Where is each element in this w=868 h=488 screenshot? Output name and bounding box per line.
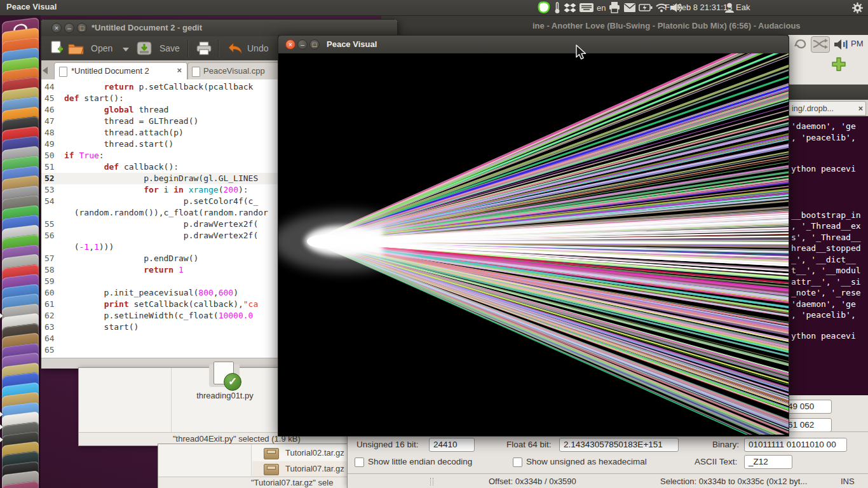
maximize-button[interactable]: □ bbox=[309, 39, 320, 50]
tab-label: *Untitled Document 2 bbox=[71, 66, 149, 76]
repeat-icon[interactable] bbox=[794, 39, 808, 49]
little-endian-label[interactable]: Show little endian decoding bbox=[368, 457, 472, 466]
terminal-line: s', '_Thread__ bbox=[791, 233, 861, 242]
line-number: 55 bbox=[41, 219, 61, 230]
line-number: 46 bbox=[41, 104, 61, 116]
running-app-arrow-icon bbox=[0, 313, 3, 318]
code-text: (random.random()),c_float(random.randor bbox=[64, 207, 268, 219]
ascii-field[interactable]: _Z12 bbox=[744, 455, 792, 469]
green-blob-indicator-icon[interactable] bbox=[537, 1, 551, 14]
unsigned-hex-checkbox[interactable] bbox=[513, 458, 522, 467]
line-number: 52 bbox=[41, 173, 61, 184]
tab-close-icon[interactable]: × bbox=[177, 65, 182, 75]
terminal-line: hread__stopped bbox=[791, 243, 861, 253]
volume-icon[interactable] bbox=[833, 37, 850, 51]
panel-app-title[interactable]: Peace Visual bbox=[6, 2, 57, 11]
code-text: return 1 bbox=[64, 264, 184, 276]
code-text: p.beginDraw(gl.GL_LINES bbox=[64, 173, 258, 184]
unsigned16-field[interactable]: 24410 bbox=[429, 438, 475, 452]
open-folder-icon[interactable] bbox=[68, 41, 85, 55]
terminal-tabbar: ing/.dropb... × bbox=[789, 100, 868, 116]
line-number: 61 bbox=[41, 299, 61, 310]
thermometer-icon[interactable] bbox=[553, 1, 561, 14]
code-text: thread.start() bbox=[64, 139, 173, 150]
clock[interactable]: Fri Feb 8 21:31:15 bbox=[665, 3, 732, 12]
decimal-field[interactable]: 49 050 bbox=[783, 400, 832, 414]
code-text: p.drawVertex2f( bbox=[64, 219, 258, 230]
terminal-line: 'daemon', 'ge bbox=[791, 121, 856, 131]
save-button[interactable]: Save bbox=[159, 43, 180, 53]
terminal-titlebar[interactable] bbox=[789, 85, 868, 100]
unsigned-hex-label[interactable]: Show unsigned as hexadecimal bbox=[526, 457, 647, 466]
peace-visual-window: × – □ Peace Visual bbox=[278, 35, 789, 437]
pane-divider bbox=[251, 444, 252, 476]
terminal-line: , '_Thread__ex bbox=[791, 221, 861, 231]
mail-icon[interactable] bbox=[623, 3, 636, 13]
terminal-line: attr__', '__si bbox=[791, 277, 861, 287]
shuffle-button[interactable] bbox=[811, 36, 830, 53]
float64-field[interactable]: 2.14343057850183E+151 bbox=[559, 438, 679, 452]
user-name[interactable]: Eak bbox=[736, 3, 750, 12]
octal-field[interactable]: 61 062 bbox=[783, 418, 832, 432]
close-button[interactable]: × bbox=[51, 23, 62, 33]
code-text: p.setLineWidth(c_float(10000.0 bbox=[64, 310, 253, 322]
save-icon[interactable] bbox=[137, 41, 152, 55]
line-number: 45 bbox=[41, 93, 61, 104]
terminal-tab[interactable]: ing/.dropb... × bbox=[789, 101, 866, 116]
battery-icon[interactable] bbox=[639, 3, 653, 12]
file-label[interactable]: threading01t.py bbox=[180, 391, 269, 400]
terminal-window: ing/.dropb... × 'daemon', 'ge, 'peacelib… bbox=[788, 85, 868, 395]
statusbar-grip bbox=[430, 478, 433, 485]
peace-visual-title: Peace Visual bbox=[327, 39, 377, 49]
system-tray: en bbox=[537, 1, 683, 14]
binary-label: Binary: bbox=[712, 440, 739, 449]
status-text: "Tutorial07.tar.gz" sele bbox=[251, 478, 333, 487]
tab-close-icon[interactable]: × bbox=[858, 102, 863, 116]
line-number: 51 bbox=[41, 161, 61, 173]
undo-icon[interactable] bbox=[227, 41, 243, 55]
terminal-line: , 'peacelib', bbox=[791, 310, 856, 320]
line-number: 50 bbox=[41, 150, 61, 161]
user-icon bbox=[724, 2, 735, 13]
printer-icon[interactable] bbox=[608, 1, 621, 14]
little-endian-checkbox[interactable] bbox=[355, 458, 364, 467]
code-text: return p.setCallback(pcallback bbox=[64, 81, 253, 93]
open-dropdown-caret[interactable] bbox=[123, 48, 129, 51]
dropbox-icon[interactable] bbox=[564, 1, 576, 14]
terminal-line: 'daemon', 'ge bbox=[791, 299, 856, 309]
insert-mode-status: INS bbox=[841, 477, 855, 486]
open-button[interactable]: Open bbox=[91, 43, 112, 53]
package-icon bbox=[264, 464, 279, 475]
user-menu[interactable] bbox=[724, 1, 735, 14]
top-panel: Peace Visual en bbox=[0, 0, 868, 16]
line-number: 63 bbox=[41, 322, 61, 333]
terminal-line: _', '__dict__ bbox=[791, 255, 856, 264]
tab-untitled-document[interactable]: *Untitled Document 2 × bbox=[54, 62, 187, 80]
line-number: 53 bbox=[41, 184, 61, 196]
code-text: p.setColor4f(c_ bbox=[64, 196, 258, 207]
maximize-button[interactable]: □ bbox=[77, 23, 87, 33]
session-menu[interactable] bbox=[851, 1, 864, 14]
code-text: p.init_peacevisual(800,600) bbox=[64, 287, 238, 299]
terminal-line: _note', '_rese bbox=[791, 288, 861, 297]
binary-field[interactable]: 01011111 01011010 00 bbox=[744, 438, 847, 452]
add-icon[interactable] bbox=[831, 57, 846, 72]
new-document-icon[interactable] bbox=[50, 41, 64, 56]
document-icon bbox=[59, 67, 67, 77]
ascii-label: ASCII Text: bbox=[695, 457, 737, 466]
opengl-canvas[interactable] bbox=[278, 53, 789, 435]
undo-button[interactable]: Undo bbox=[247, 43, 268, 53]
pm-label: PM bbox=[851, 39, 864, 48]
minimize-button[interactable]: – bbox=[297, 39, 308, 50]
minimize-button[interactable]: – bbox=[64, 23, 74, 33]
desktop: ine - Another Love (Blu-Swing - Platonic… bbox=[0, 0, 868, 488]
tab-scroll-left-icon[interactable] bbox=[43, 67, 48, 74]
tab-peacevisual-cpp[interactable]: PeaceVisual.cpp bbox=[187, 62, 281, 80]
line-number: 64 bbox=[41, 333, 61, 344]
print-icon[interactable] bbox=[196, 41, 212, 55]
keyboard-layout-label[interactable]: en bbox=[597, 3, 606, 13]
keyboard-icon[interactable] bbox=[579, 2, 594, 13]
peace-visual-titlebar[interactable]: × – □ Peace Visual bbox=[278, 36, 789, 54]
close-button[interactable]: × bbox=[285, 39, 295, 50]
gedit-titlebar[interactable]: × – □ *Untitled Document 2 - gedit bbox=[41, 20, 397, 37]
